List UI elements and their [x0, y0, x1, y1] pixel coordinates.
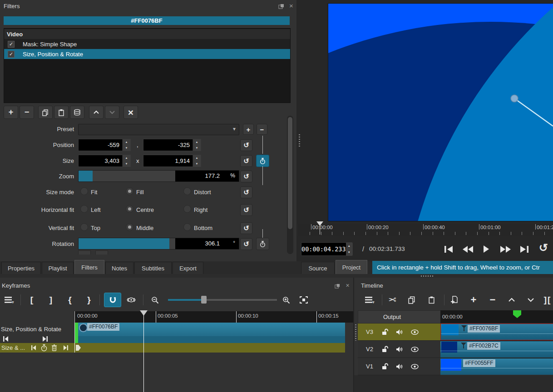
spinner-arrows[interactable]: ▲▼	[346, 243, 352, 255]
size-mode-undo-button[interactable]: ↺	[240, 186, 252, 198]
deselect-filter-button[interactable]: ×	[123, 106, 138, 119]
filter-enabled-checkbox[interactable]: ✓	[8, 51, 15, 58]
rotation-slider[interactable]: 306.1°	[78, 238, 239, 250]
timecode-field[interactable]: 00:00:04.233 ▲▼	[301, 242, 353, 256]
seek-prev-keyframe-button[interactable]	[31, 345, 37, 350]
tab-filters[interactable]: Filters	[74, 260, 104, 274]
tab-project[interactable]: Project	[336, 260, 367, 274]
keyframes-zoom-slider[interactable]	[168, 299, 277, 301]
set-second-simple-keyframe-button[interactable]: }	[81, 294, 97, 306]
timeline-empty-area[interactable]	[354, 375, 553, 392]
track-head-v2[interactable]: V2	[358, 341, 440, 358]
keyframes-subtrack-bar[interactable]	[78, 336, 345, 343]
track-head-v3[interactable]: V3	[358, 323, 440, 341]
lock-icon[interactable]	[381, 346, 388, 353]
paste-button[interactable]	[424, 294, 439, 306]
keyframe-marker[interactable]	[76, 345, 81, 351]
track-head-v1[interactable]: V1	[358, 358, 440, 375]
output-track-button[interactable]: Output	[358, 310, 441, 323]
keyframes-ruler[interactable]: 00:00:00 00:00:05 00:00:10 00:00:15	[74, 311, 353, 323]
save-preset-button[interactable]: +	[243, 124, 254, 135]
size-height-field[interactable]: 1,914 ▲▼	[143, 155, 201, 167]
set-first-simple-keyframe-button[interactable]: {	[62, 294, 78, 306]
hfit-centre-radio[interactable]	[126, 205, 133, 213]
trackhead-resize-grip[interactable]	[355, 324, 356, 341]
lock-icon[interactable]	[381, 328, 388, 336]
mute-icon[interactable]	[396, 329, 403, 335]
copy-button[interactable]	[404, 294, 420, 306]
skip-to-start-button[interactable]	[441, 243, 456, 255]
play-button[interactable]	[479, 243, 494, 255]
hfit-undo-button[interactable]: ↺	[240, 204, 252, 216]
filters-scrollbar[interactable]	[287, 116, 293, 254]
timeline-menu-button[interactable]: ▾	[361, 294, 377, 306]
add-filter-button[interactable]: +	[4, 106, 18, 119]
hide-icon[interactable]	[411, 347, 419, 352]
add-keyframe-button[interactable]	[40, 344, 48, 352]
rewind-button[interactable]	[460, 243, 475, 255]
float-panel-icon[interactable]	[334, 283, 341, 289]
rotation-undo-button[interactable]: ↺	[240, 238, 252, 250]
spinner-arrows[interactable]: ▲▼	[122, 139, 130, 151]
lift-button[interactable]: −	[485, 294, 500, 306]
panel-splitter-handle[interactable]	[299, 134, 300, 148]
video-preview[interactable]	[328, 4, 553, 221]
spinner-arrows[interactable]: ▲▼	[193, 155, 201, 167]
delete-preset-button[interactable]: −	[257, 124, 267, 135]
mute-icon[interactable]	[396, 346, 403, 353]
tab-export[interactable]: Export	[173, 262, 203, 274]
vfit-top-radio[interactable]	[80, 223, 88, 231]
tab-source[interactable]: Source	[301, 262, 335, 274]
close-panel-icon[interactable]: ×	[288, 2, 295, 9]
snap-toggle-button[interactable]	[104, 293, 121, 307]
size-mode-fill-radio[interactable]	[126, 187, 133, 195]
timeline-clip-v2[interactable]: #FF002B7C	[440, 341, 553, 358]
append-button[interactable]	[447, 294, 462, 306]
skip-to-end-button[interactable]	[517, 243, 532, 255]
set-filter-start-button[interactable]: [	[24, 294, 40, 306]
lock-icon[interactable]	[381, 363, 388, 370]
keyframes-clip-bar[interactable]: #FF0076BF	[78, 323, 345, 336]
hide-icon[interactable]	[411, 364, 419, 369]
spr-rotation-handle[interactable]	[328, 4, 553, 221]
close-panel-icon[interactable]: ×	[344, 282, 351, 289]
hfit-left-radio[interactable]	[80, 205, 88, 213]
size-mode-distort-radio[interactable]	[183, 187, 191, 195]
horizontal-splitter[interactable]	[0, 274, 553, 278]
overwrite-up-button[interactable]	[504, 294, 519, 306]
zoom-out-button[interactable]	[147, 294, 163, 306]
tab-properties[interactable]: Properties	[1, 262, 41, 274]
zoom-in-button[interactable]	[278, 294, 294, 306]
size-undo-button[interactable]: ↺	[240, 155, 252, 167]
loop-button[interactable]: ↺	[536, 241, 551, 254]
timeline-clip-v3-selected[interactable]: #FF0076BF	[440, 323, 553, 340]
position-y-field[interactable]: -325 ▲▼	[143, 139, 201, 151]
cut-button[interactable]: ✂	[385, 294, 400, 306]
move-filter-up-button[interactable]	[89, 106, 104, 119]
delete-keyframe-button[interactable]	[51, 344, 57, 351]
spinner-arrows[interactable]: ▲▼	[122, 155, 130, 167]
filter-enabled-checkbox[interactable]: ✓	[8, 41, 15, 48]
seek-prev-keyframe-button[interactable]	[3, 336, 9, 342]
vfit-undo-button[interactable]: ↺	[240, 222, 252, 234]
seek-next-keyframe-button[interactable]	[42, 336, 48, 342]
timeline-ruler[interactable]: 00:00:00	[440, 310, 553, 323]
fast-forward-button[interactable]	[498, 243, 513, 255]
zoom-slider[interactable]: 177.2%	[78, 170, 239, 182]
size-width-field[interactable]: 3,403 ▲▼	[78, 155, 131, 167]
zoom-undo-button[interactable]: ↺	[240, 171, 252, 182]
move-filter-down-button[interactable]	[105, 106, 119, 119]
rotation-keyframes-button[interactable]	[256, 238, 269, 250]
ripple-delete-button[interactable]: +	[466, 294, 481, 306]
zoom-fit-button[interactable]	[296, 294, 311, 306]
scrub-while-dragging-button[interactable]	[123, 294, 139, 306]
tab-subtitles[interactable]: Subtitles	[134, 262, 172, 274]
float-panel-icon[interactable]	[278, 3, 285, 10]
hfit-right-radio[interactable]	[183, 205, 191, 213]
keyframes-menu-button[interactable]: ▾	[1, 294, 16, 306]
size-keyframes-button[interactable]	[256, 155, 269, 167]
player-ruler[interactable]: 00:00:00 00:00:20 00:00:40 00:01:00 00:0…	[298, 224, 553, 236]
remove-filter-button[interactable]: −	[20, 106, 34, 119]
scrollbar-thumb[interactable]	[288, 117, 292, 229]
split-button[interactable]: ][	[542, 294, 553, 306]
